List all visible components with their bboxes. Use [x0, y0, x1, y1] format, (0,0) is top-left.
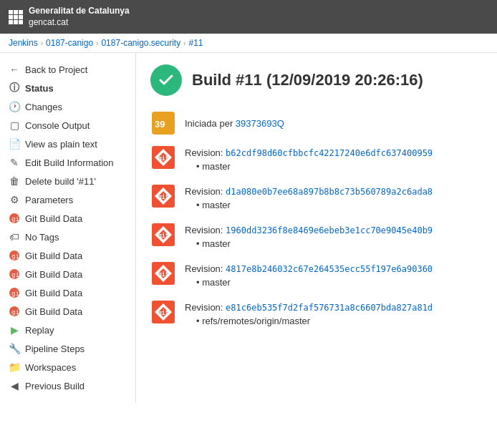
revision-row-2: git Revision: 1960dd3236f8e8469e6ebeb3e1…	[150, 222, 483, 249]
breadcrumb-sep-1: ›	[41, 39, 43, 47]
sidebar-item-parameters[interactable]: ⚙ Parameters	[0, 190, 135, 209]
svg-text:git: git	[11, 271, 20, 278]
revision-label-3: Revision	[185, 263, 221, 274]
revision-info-1: Revision: d1a080e0b7ee68a897b8b8c73b5607…	[185, 183, 483, 210]
revision-info-0: Revision: b62cdf98d60cfbbcfc42217240e6df…	[185, 145, 483, 172]
branch-label-1: master	[196, 200, 483, 210]
sidebar-item-back[interactable]: ← Back to Project	[0, 60, 135, 79]
sidebar-item-label: Git Build Data	[25, 288, 82, 298]
sidebar-item-edit[interactable]: ✎ Edit Build Information	[0, 153, 135, 172]
revision-label-4: Revision	[185, 302, 221, 313]
folder-icon: 📁	[9, 361, 20, 373]
breadcrumb-build[interactable]: #11	[189, 38, 203, 48]
wrench-icon: 🔧	[9, 343, 20, 354]
sidebar-item-status[interactable]: ⓘ Status	[0, 79, 135, 97]
sidebar-item-gitbuild-1[interactable]: git Git Build Data	[0, 209, 135, 228]
svg-text:git: git	[158, 232, 169, 239]
replay-icon: ▶	[9, 324, 20, 336]
revision-section: git Revision: b62cdf98d60cfbbcfc42217240…	[150, 145, 483, 326]
org-name: Generalitat de Catalunya gencat.cat	[29, 6, 130, 28]
git-icon-4: git	[9, 287, 20, 298]
initiator-text: Iniciada per 39373693Q	[185, 118, 284, 129]
git-icon-3: git	[9, 268, 20, 280]
sidebar-item-label: View as plain text	[25, 139, 97, 150]
sidebar-item-notags[interactable]: 🏷 No Tags	[0, 228, 135, 246]
branch-label-4: refs/remotes/origin/master	[196, 316, 483, 326]
header: Generalitat de Catalunya gencat.cat	[0, 0, 497, 34]
revision-label-0: Revision	[185, 147, 221, 158]
sidebar-item-label: No Tags	[25, 232, 59, 243]
sidebar-item-label: Git Build Data	[25, 213, 82, 224]
sidebar-item-gitbuild-3[interactable]: git Git Build Data	[0, 265, 135, 283]
svg-text:git: git	[11, 215, 20, 223]
sidebar-item-plaintext[interactable]: 📄 View as plain text	[0, 135, 135, 153]
sidebar-item-label: Git Build Data	[25, 306, 82, 317]
user-avatar-icon: 39	[150, 110, 176, 136]
build-header: Build #11 (12/09/2019 20:26:16)	[150, 64, 483, 96]
sidebar-item-label: Git Build Data	[25, 269, 82, 280]
build-success-icon	[150, 64, 182, 96]
sidebar-item-gitbuild-5[interactable]: git Git Build Data	[0, 302, 135, 321]
sidebar-item-delete[interactable]: 🗑 Delete build '#11'	[0, 172, 135, 190]
sidebar-item-label: Previous Build	[25, 381, 85, 391]
initiator-row: 39 Iniciada per 39373693Q	[150, 110, 483, 136]
revision-row-4: git Revision: e81c6eb535f7d2faf576731a8c…	[150, 299, 483, 326]
sidebar-item-workspaces[interactable]: 📁 Workspaces	[0, 358, 135, 376]
revision-hash-link-2[interactable]: 1960dd3236f8e8469e6ebeb3e1cc70e9045e40b9	[226, 225, 433, 235]
svg-text:git: git	[158, 309, 169, 316]
revision-line-2: Revision: 1960dd3236f8e8469e6ebeb3e1cc70…	[185, 225, 483, 235]
svg-text:39: 39	[155, 119, 165, 130]
svg-text:git: git	[158, 271, 169, 278]
sidebar-item-pipeline[interactable]: 🔧 Pipeline Steps	[0, 339, 135, 358]
breadcrumb-jenkins[interactable]: Jenkins	[9, 38, 38, 48]
initiator-label: Iniciada per	[185, 118, 233, 129]
revision-line-4: Revision: e81c6eb535f7d2faf576731a8c6607…	[185, 302, 483, 313]
branch-label-2: master	[196, 238, 483, 249]
breadcrumb: Jenkins › 0187-canigo › 0187-canigo.secu…	[0, 34, 497, 53]
prev-icon: ◀	[9, 380, 20, 391]
revision-info-4: Revision: e81c6eb535f7d2faf576731a8c6607…	[185, 299, 483, 326]
breadcrumb-security[interactable]: 0187-canigo.security	[101, 38, 180, 48]
breadcrumb-canigo[interactable]: 0187-canigo	[46, 38, 93, 48]
revision-line-1: Revision: d1a080e0b7ee68a897b8b8c73b5607…	[185, 186, 483, 197]
sidebar-item-gitbuild-4[interactable]: git Git Build Data	[0, 283, 135, 302]
sidebar: ← Back to Project ⓘ Status 🕐 Changes ▢ C…	[0, 53, 136, 402]
revision-hash-link-4[interactable]: e81c6eb535f7d2faf576731a8c6607bda827a81d	[226, 303, 433, 313]
sidebar-item-replay[interactable]: ▶ Replay	[0, 321, 135, 339]
sidebar-item-label: Workspaces	[25, 362, 76, 373]
git-icon-1: git	[9, 213, 20, 224]
file-icon: 📄	[9, 138, 20, 150]
sidebar-item-label: Edit Build Information	[25, 157, 114, 168]
sidebar-item-console[interactable]: ▢ Console Output	[0, 116, 135, 135]
revision-info-3: Revision: 4817e8b246032c67e264535ecc55f1…	[185, 260, 483, 288]
revision-label-2: Revision	[185, 225, 221, 235]
sidebar-item-previous[interactable]: ◀ Previous Build	[0, 376, 135, 395]
revision-row-3: git Revision: 4817e8b246032c67e264535ecc…	[150, 260, 483, 288]
sidebar-item-label: Replay	[25, 325, 54, 336]
edit-icon: ✎	[9, 157, 20, 168]
sidebar-item-label: Git Build Data	[25, 250, 82, 261]
page-layout: ← Back to Project ⓘ Status 🕐 Changes ▢ C…	[0, 53, 497, 402]
build-title: Build #11 (12/09/2019 20:26:16)	[192, 71, 423, 89]
git-logo-icon-3: git	[150, 260, 176, 286]
revision-hash-link-3[interactable]: 4817e8b246032c67e264535ecc55f197e6a90360	[226, 264, 433, 274]
logo-grid-icon	[9, 10, 23, 24]
git-logo-icon-1: git	[150, 183, 176, 209]
trash-icon: 🗑	[9, 175, 20, 187]
sidebar-item-changes[interactable]: 🕐 Changes	[0, 97, 135, 116]
revision-hash-link-1[interactable]: d1a080e0b7ee68a897b8b8c73b560789a2c6ada8	[226, 187, 433, 197]
revision-row-1: git Revision: d1a080e0b7ee68a897b8b8c73b…	[150, 183, 483, 210]
sidebar-item-label: Back to Project	[25, 64, 87, 75]
git-logo-icon-0: git	[150, 145, 176, 170]
terminal-icon: ▢	[9, 120, 20, 131]
initiator-user-link[interactable]: 39373693Q	[236, 118, 284, 129]
sidebar-item-gitbuild-2[interactable]: git Git Build Data	[0, 246, 135, 265]
revision-hash-link-0[interactable]: b62cdf98d60cfbbcfc42217240e6dfc637400959	[226, 148, 433, 158]
sidebar-item-label: Pipeline Steps	[25, 344, 85, 354]
branch-label-0: master	[196, 161, 483, 172]
revision-label-1: Revision	[185, 186, 221, 197]
breadcrumb-sep-2: ›	[96, 39, 98, 47]
branch-label-3: master	[196, 277, 483, 288]
sidebar-item-label: Parameters	[25, 195, 73, 205]
svg-text:git: git	[11, 308, 20, 316]
